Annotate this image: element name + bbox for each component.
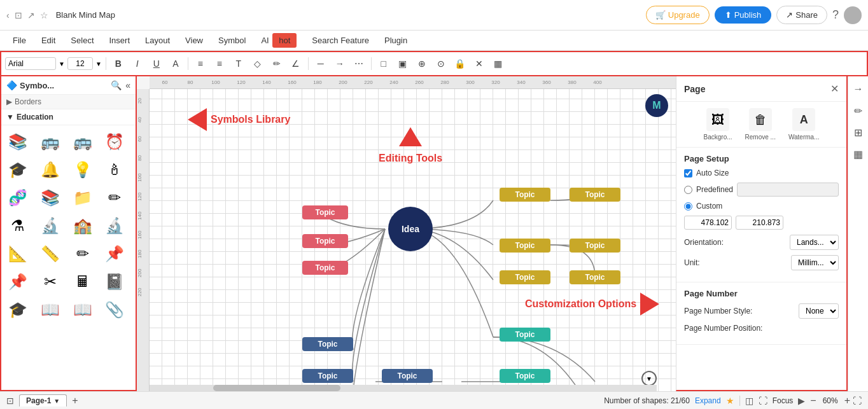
star-button[interactable]: ★ (726, 396, 734, 406)
italic-button[interactable]: I (129, 55, 146, 72)
sym-folder[interactable]: 📁 (70, 185, 95, 211)
sym-read[interactable]: 📖 (38, 297, 63, 322)
rp-close-button[interactable]: ✕ (830, 83, 839, 95)
external-icon[interactable]: ↗ (27, 10, 35, 20)
menu-select[interactable]: Select (64, 33, 100, 48)
bold-button[interactable]: B (110, 55, 127, 72)
zoom-in-button[interactable]: + (844, 395, 850, 406)
sidebar-grid-icon[interactable]: ⊞ (851, 125, 866, 140)
layers-icon[interactable]: ◫ (745, 396, 753, 406)
fill-button[interactable]: ▣ (395, 55, 411, 72)
red-node-1[interactable]: Topic (302, 205, 348, 219)
fullscreen-icon[interactable]: ⛶ (759, 396, 767, 406)
page-tab-dropdown[interactable]: ▼ (53, 398, 60, 405)
predefined-input[interactable] (737, 183, 839, 197)
red-node-3[interactable]: Topic (302, 261, 348, 275)
sym-bus1[interactable]: 🚌 (38, 129, 63, 155)
rect-button[interactable]: □ (375, 55, 392, 72)
avatar[interactable] (844, 6, 862, 24)
sym-microscope[interactable]: 🔬 (38, 213, 63, 239)
h-scrollbar-thumb[interactable] (213, 385, 340, 391)
star-icon[interactable]: ☆ (40, 10, 48, 20)
custom-radio[interactable] (684, 202, 692, 211)
sym-pencil[interactable]: ✏ (102, 185, 127, 211)
menu-layout[interactable]: Layout (139, 33, 176, 48)
teal-node-1[interactable]: Topic (500, 328, 550, 342)
sym-ruler[interactable]: 📏 (38, 241, 63, 267)
width-input[interactable] (684, 216, 732, 230)
cursor-button[interactable]: ⊕ (414, 55, 430, 72)
borders-section[interactable]: ▶Borders (1, 95, 136, 109)
red-node-2[interactable]: Topic (302, 234, 348, 248)
sym-notebook[interactable]: 📓 (102, 269, 127, 295)
sidebar-arrow-icon[interactable]: → (851, 81, 866, 97)
menu-insert[interactable]: Insert (103, 33, 137, 48)
align-center-button[interactable]: ≡ (211, 55, 228, 72)
watermark-icon-item[interactable]: A Waterma... (788, 108, 820, 141)
play-icon[interactable]: ▶ (798, 396, 805, 406)
fontsize-dropdown-icon[interactable]: ▼ (95, 60, 102, 67)
remove-icon-item[interactable]: 🗑 Remove ... (745, 108, 776, 141)
predefined-radio[interactable] (684, 186, 692, 194)
font-dropdown-icon[interactable]: ▼ (59, 60, 65, 67)
expand-button[interactable]: Expand (695, 396, 721, 405)
sym-scissors[interactable]: ✂ (38, 269, 63, 295)
dots-button[interactable]: ⋯ (351, 55, 367, 72)
sym-test[interactable]: 🔬 (102, 213, 127, 239)
collapse-icon[interactable]: « (125, 80, 130, 90)
sym-clock[interactable]: ⏰ (102, 129, 127, 155)
menu-ai[interactable]: AI hot (255, 33, 303, 48)
align-left-button[interactable]: ≡ (192, 55, 209, 72)
sym-lamp[interactable]: 💡 (70, 157, 95, 183)
arrow-button[interactable]: → (332, 55, 348, 72)
lock-button[interactable]: 🔒 (452, 55, 468, 72)
sym-candle[interactable]: 🕯 (102, 157, 127, 183)
intersect-button[interactable]: ⊙ (433, 55, 449, 72)
sidebar-edit-icon[interactable]: ✏ (851, 103, 866, 118)
page-tab-1[interactable]: Page-1 ▼ (19, 394, 67, 406)
menu-file[interactable]: File (6, 33, 32, 48)
sym-calc[interactable]: 🖩 (70, 269, 95, 295)
auto-size-checkbox[interactable] (684, 169, 692, 177)
blue-node-2[interactable]: Topic (302, 369, 353, 383)
page-number-style-select[interactable]: None (799, 303, 839, 319)
search-icon[interactable]: 🔍 (111, 80, 122, 90)
h-scrollbar[interactable] (150, 385, 657, 391)
font-size-input[interactable] (67, 57, 93, 70)
yellow-node-r1[interactable]: Topic (570, 188, 620, 202)
canvas-inner[interactable]: Symbols Library Editing Tools Customizat… (150, 89, 676, 391)
menu-plugin[interactable]: Plugin (378, 33, 414, 48)
yellow-node-r2[interactable]: Topic (570, 239, 620, 253)
fit-screen-icon[interactable]: ⛶ (853, 396, 862, 406)
teal-node-2[interactable]: Topic (500, 369, 550, 383)
sym-pin2[interactable]: 📌 (5, 269, 31, 295)
close-x-button[interactable]: ✕ (471, 55, 487, 72)
menu-edit[interactable]: Edit (35, 33, 62, 48)
idea-node[interactable]: Idea (388, 207, 433, 251)
sym-books[interactable]: 📚 (38, 185, 63, 211)
blue-mid-node[interactable]: Topic (382, 369, 433, 383)
pen-button[interactable]: ✏ (269, 55, 285, 72)
sym-paperclip[interactable]: 📎 (102, 297, 127, 322)
share-button[interactable]: ↗ Share (776, 6, 827, 24)
education-category[interactable]: ▼ Education (1, 109, 136, 125)
sym-read2[interactable]: 📖 (70, 297, 95, 322)
help-icon[interactable]: ? (832, 8, 839, 22)
back-icon[interactable]: ‹ (6, 10, 10, 20)
font-color-button[interactable]: A (167, 55, 184, 72)
menu-symbol[interactable]: Symbol (212, 33, 252, 48)
yellow-node-1[interactable]: Topic (500, 188, 550, 202)
angle-button[interactable]: ∠ (288, 55, 304, 72)
sym-dna[interactable]: 🧬 (5, 185, 31, 211)
sidebar-layout-icon[interactable]: ▦ (851, 146, 866, 162)
yellow-node-r3[interactable]: Topic (570, 270, 620, 284)
sym-compass[interactable]: 📐 (5, 241, 31, 267)
menu-search[interactable]: Search Feature (305, 33, 375, 48)
publish-button[interactable]: ⬆ Publish (715, 6, 772, 24)
yellow-node-3[interactable]: Topic (500, 270, 550, 284)
line-button[interactable]: ─ (312, 55, 329, 72)
orientation-select[interactable]: Lands... (790, 235, 839, 250)
scroll-down-button[interactable]: ▼ (641, 371, 657, 386)
upgrade-button[interactable]: 🛒 Upgrade (646, 6, 710, 24)
height-input[interactable] (736, 216, 783, 230)
